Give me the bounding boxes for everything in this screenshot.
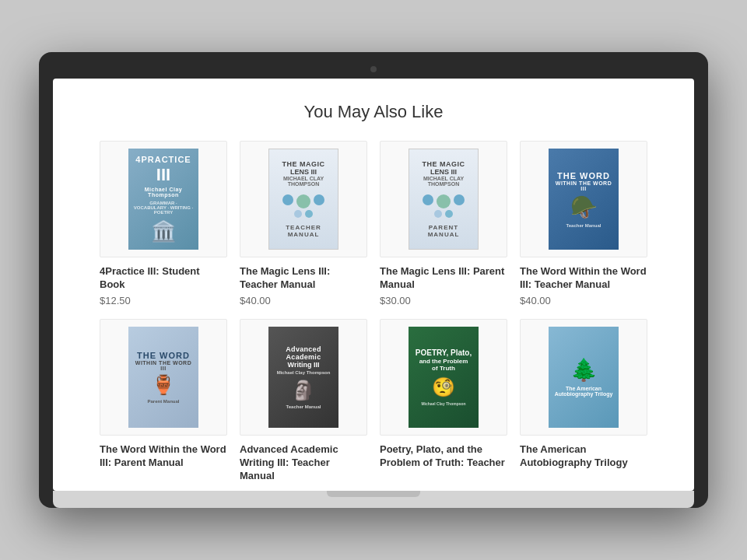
product-title: Advanced Academic Writing III: Teacher M… (240, 443, 367, 483)
product-title: 4Practice III: Student Book (100, 265, 227, 292)
product-title: The Word Within the Word III: Teacher Ma… (520, 265, 647, 292)
product-card[interactable]: POETRY, Plato, and the Problem of Truth … (380, 319, 507, 486)
laptop-base (53, 491, 694, 508)
product-image: 🌲 The American Autobiography Trilogy (520, 319, 647, 436)
product-title: The Magic Lens III: Teacher Manual (240, 265, 367, 292)
product-price: $40.00 (520, 295, 647, 306)
product-card[interactable]: THE WORD WITHIN THE WORD III 🏺 Parent Ma… (100, 319, 227, 486)
product-image: THE WORD WITHIN THE WORD III 🪖 Teacher M… (520, 141, 647, 257)
laptop-screen: You May Also Like 4PRACTICE III Michael … (53, 79, 694, 491)
product-card[interactable]: THE WORD WITHIN THE WORD III 🪖 Teacher M… (520, 141, 647, 306)
product-image: 4PRACTICE III Michael Clay Thompson GRAM… (100, 141, 227, 257)
product-card[interactable]: 4PRACTICE III Michael Clay Thompson GRAM… (100, 141, 227, 306)
product-title: The American Autobiography Trilogy (520, 443, 647, 470)
laptop-container: You May Also Like 4PRACTICE III Michael … (39, 52, 708, 508)
product-price: $12.50 (100, 295, 227, 306)
product-card[interactable]: Advanced Academic Writing III Michael Cl… (240, 319, 367, 486)
product-title: The Word Within the Word III: Parent Man… (100, 443, 227, 470)
product-image: THE WORD WITHIN THE WORD III 🏺 Parent Ma… (100, 319, 227, 436)
laptop-camera (370, 66, 377, 72)
product-card[interactable]: THE MAGIC LENS III MICHAEL CLAY THOMPSON… (240, 141, 367, 306)
product-image: Advanced Academic Writing III Michael Cl… (240, 319, 367, 436)
products-grid: 4PRACTICE III Michael Clay Thompson GRAM… (100, 141, 647, 485)
product-image: THE MAGIC LENS III MICHAEL CLAY THOMPSON… (240, 141, 367, 257)
product-price: $30.00 (380, 295, 507, 306)
product-image: POETRY, Plato, and the Problem of Truth … (380, 319, 507, 436)
section-title: You May Also Like (100, 102, 647, 122)
product-image: THE MAGIC LENS III MICHAEL CLAY THOMPSON… (380, 141, 507, 257)
product-title: Poetry, Plato, and the Problem of Truth:… (380, 443, 507, 470)
product-card[interactable]: THE MAGIC LENS III MICHAEL CLAY THOMPSON… (380, 141, 507, 306)
product-price: $40.00 (240, 295, 367, 306)
product-card[interactable]: 🌲 The American Autobiography Trilogy The… (520, 319, 647, 486)
product-title: The Magic Lens III: Parent Manual (380, 265, 507, 292)
